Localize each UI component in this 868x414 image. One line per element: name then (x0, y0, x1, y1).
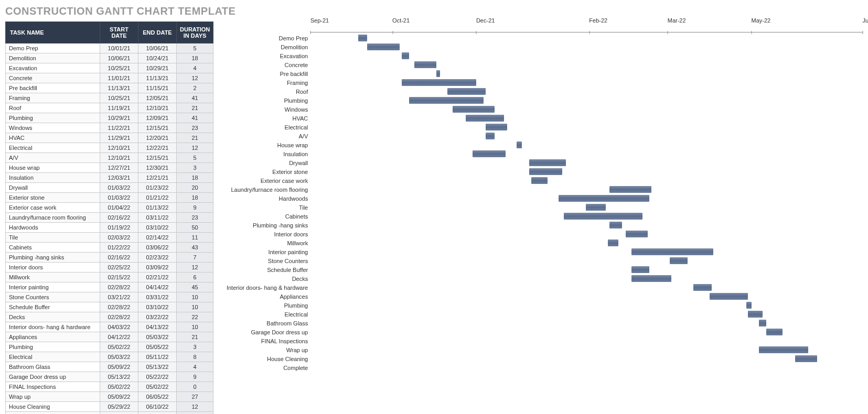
col-header-end: END DATE (138, 22, 177, 43)
col-header-start: START DATE (100, 22, 138, 43)
gantt-bar (529, 159, 565, 166)
cell-dur: 50 (177, 223, 213, 233)
cell-task: Electrical (6, 352, 100, 362)
cell-start: 01/04/22 (100, 203, 138, 213)
cell-end: 12/22/21 (138, 143, 177, 153)
table-row: A/V12/10/2112/15/215 (6, 153, 213, 163)
cell-task: Exterior stone (6, 193, 100, 203)
cell-start: 05/02/22 (100, 382, 138, 392)
gantt-row-label: Electrical (224, 124, 310, 130)
cell-task: Roof (6, 103, 100, 113)
gantt-track (310, 301, 863, 310)
cell-task: Plumbing (6, 342, 100, 352)
cell-start: 02/16/22 (100, 253, 138, 263)
cell-end: 01/13/22 (138, 203, 177, 213)
gantt-track (310, 87, 863, 96)
gantt-row: Appliances (224, 292, 863, 301)
cell-start: 11/13/21 (100, 83, 138, 93)
cell-task: Laundry/furnace room flooring (6, 213, 100, 223)
cell-dur: 12 (177, 263, 213, 273)
gantt-bar (531, 177, 548, 184)
cell-end: 06/05/22 (138, 392, 177, 402)
cell-task: House wrap (6, 163, 100, 173)
gantt-row: Demolition (224, 42, 863, 51)
gantt-row-label: Cabinets (224, 213, 310, 220)
table-row: Tile02/03/2202/14/2211 (6, 233, 213, 243)
cell-task: Framing (6, 93, 100, 103)
cell-dur: 12 (177, 402, 213, 412)
gantt-track (310, 140, 863, 149)
cell-task: Interior painting (6, 282, 100, 292)
gantt-bar (358, 35, 367, 41)
gantt-row: Roof (224, 87, 863, 96)
cell-end: 12/05/21 (138, 93, 177, 103)
cell-end: 02/23/22 (138, 253, 177, 263)
axis-tick: Oct-21 (392, 25, 393, 34)
cell-task: HVAC (6, 133, 100, 143)
gantt-row: Schedule Buffer (224, 265, 863, 274)
cell-start: 01/22/22 (100, 243, 138, 253)
gantt-track (310, 221, 863, 230)
gantt-bar (759, 320, 766, 326)
gantt-row: Stone Counters (224, 256, 863, 265)
gantt-track (310, 34, 863, 42)
cell-task: Plumbing (6, 113, 100, 123)
cell-dur: 18 (177, 53, 213, 63)
cell-end: 05/03/22 (138, 332, 177, 342)
gantt-track (310, 185, 863, 194)
cell-task: Plumbing -hang sinks (6, 253, 100, 263)
cell-task: Stone Counters (6, 292, 100, 302)
cell-end: 05/02/22 (138, 382, 177, 392)
gantt-track (310, 51, 863, 60)
cell-end: 12/10/21 (138, 103, 177, 113)
gantt-bar (766, 329, 783, 335)
gantt-row-label: Drywall (224, 160, 310, 166)
gantt-row-label: Plumbing (224, 302, 310, 309)
cell-dur: 12 (177, 73, 213, 83)
gantt-row-label: Exterior case work (224, 178, 310, 184)
cell-start: 06/01/22 (100, 412, 138, 414)
gantt-bar (670, 257, 688, 264)
gantt-track (310, 123, 863, 132)
cell-end: 12/30/21 (138, 163, 177, 173)
cell-start: 10/29/21 (100, 113, 138, 123)
table-row: Hardwoods01/19/2203/10/2250 (6, 223, 213, 233)
gantt-row: Exterior case work (224, 176, 863, 185)
cell-end: 03/10/22 (138, 302, 177, 312)
axis-tick: Mar-22 (668, 25, 668, 34)
gantt-track (310, 42, 863, 51)
cell-dur: 7 (177, 253, 213, 263)
cell-start: 10/25/21 (100, 93, 138, 103)
gantt-row-label: Complete (224, 365, 310, 371)
cell-end: 10/29/21 (138, 63, 177, 73)
gantt-row: Hardwoods (224, 194, 863, 203)
cell-task: Windows (6, 123, 100, 133)
gantt-track (310, 256, 863, 265)
gantt-row: Millwork (224, 238, 863, 247)
cell-start: 03/21/22 (100, 292, 138, 302)
gantt-row: Interior doors (224, 230, 863, 238)
gantt-row: Electrical (224, 123, 863, 132)
gantt-row: Demo Prep (224, 34, 863, 42)
cell-end: 11/15/21 (138, 83, 177, 93)
gantt-row-label: HVAC (224, 115, 310, 122)
gantt-bar (586, 204, 606, 211)
gantt-bar (367, 43, 400, 50)
table-row: Electrical05/03/2205/11/228 (6, 352, 213, 362)
cell-dur: 18 (177, 193, 213, 203)
cell-task: Exterior case work (6, 203, 100, 213)
gantt-track (310, 274, 863, 283)
cell-task: Demolition (6, 53, 100, 63)
cell-task: Insulation (6, 173, 100, 183)
table-row: Pre backfill11/13/2111/15/212 (6, 83, 213, 93)
table-row: Millwork02/15/2202/21/226 (6, 273, 213, 282)
cell-end: 06/10/22 (138, 402, 177, 412)
cell-start: 05/13/22 (100, 372, 138, 382)
gantt-row: Electrical (224, 310, 863, 319)
gantt-row-label: Interior doors (224, 231, 310, 237)
cell-dur: 0 (177, 412, 213, 414)
gantt-bar (693, 284, 712, 291)
table-row: House wrap12/27/2112/30/213 (6, 163, 213, 173)
table-row: Plumbing -hang sinks02/16/2202/23/227 (6, 253, 213, 263)
gantt-bar (564, 213, 642, 220)
